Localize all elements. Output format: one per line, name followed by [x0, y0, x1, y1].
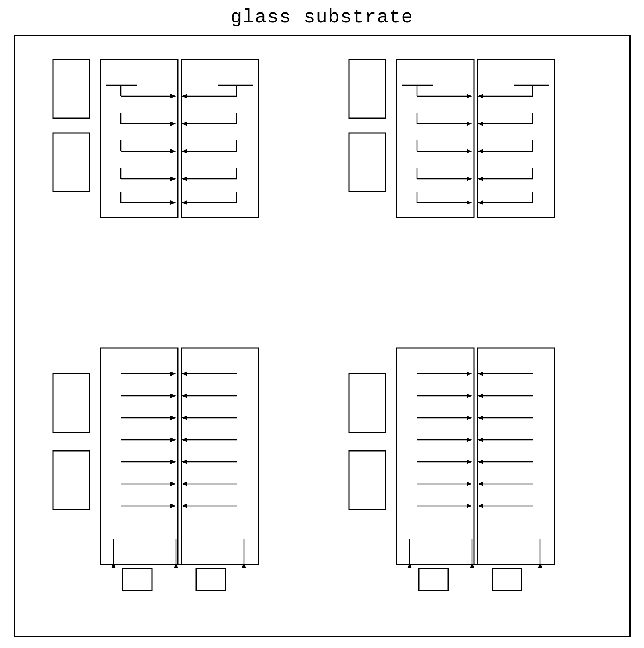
svg-marker-97 — [181, 394, 187, 398]
svg-marker-48 — [467, 149, 472, 153]
svg-marker-131 — [467, 504, 472, 508]
svg-rect-134 — [419, 568, 448, 590]
svg-marker-45 — [467, 122, 472, 126]
svg-marker-127 — [467, 460, 472, 464]
svg-rect-117 — [397, 348, 474, 565]
svg-rect-136 — [478, 348, 555, 565]
chip-diagram-bottom-left — [49, 344, 299, 616]
svg-marker-76 — [170, 372, 176, 376]
svg-marker-6 — [170, 94, 176, 98]
svg-marker-121 — [467, 394, 472, 398]
svg-rect-2 — [101, 59, 178, 217]
svg-marker-88 — [170, 504, 176, 508]
svg-marker-101 — [181, 438, 187, 442]
svg-marker-103 — [181, 460, 187, 464]
svg-marker-80 — [170, 416, 176, 420]
svg-marker-23 — [181, 94, 187, 98]
quadrant-bottom-right — [322, 336, 618, 625]
svg-marker-144 — [478, 438, 483, 442]
page-title: glass substrate — [230, 7, 413, 28]
svg-marker-111 — [242, 562, 246, 568]
svg-marker-68 — [478, 177, 483, 181]
svg-marker-119 — [467, 372, 472, 376]
svg-marker-150 — [478, 504, 483, 508]
svg-rect-72 — [53, 374, 90, 432]
svg-marker-54 — [467, 200, 472, 205]
svg-marker-71 — [478, 200, 483, 205]
svg-marker-125 — [467, 438, 472, 442]
chip-diagram-bottom-right — [345, 344, 595, 616]
svg-marker-138 — [478, 372, 483, 376]
svg-marker-9 — [170, 122, 176, 126]
svg-rect-115 — [349, 374, 386, 432]
svg-marker-42 — [467, 94, 472, 98]
svg-rect-153 — [492, 568, 522, 590]
svg-marker-95 — [181, 372, 187, 376]
svg-marker-135 — [407, 562, 412, 568]
svg-rect-116 — [349, 451, 386, 510]
svg-marker-123 — [467, 416, 472, 420]
svg-marker-51 — [467, 177, 472, 181]
svg-marker-154 — [538, 562, 542, 568]
svg-rect-74 — [101, 348, 178, 565]
svg-marker-105 — [181, 482, 187, 486]
svg-marker-99 — [181, 416, 187, 420]
svg-marker-92 — [111, 562, 116, 568]
svg-marker-15 — [170, 177, 176, 181]
svg-marker-86 — [170, 482, 176, 486]
substrate-border — [14, 35, 631, 637]
svg-marker-32 — [181, 177, 187, 181]
svg-marker-129 — [467, 482, 472, 486]
svg-marker-35 — [181, 200, 187, 205]
svg-marker-65 — [478, 149, 483, 153]
chip-diagram-top-left — [49, 56, 299, 327]
svg-marker-78 — [170, 394, 176, 398]
svg-marker-142 — [478, 416, 483, 420]
svg-marker-82 — [170, 438, 176, 442]
svg-marker-146 — [478, 460, 483, 464]
svg-rect-37 — [349, 133, 386, 192]
quadrant-top-left — [26, 47, 322, 336]
svg-rect-91 — [123, 568, 152, 590]
svg-marker-59 — [478, 94, 483, 98]
svg-marker-62 — [478, 122, 483, 126]
svg-marker-107 — [181, 504, 187, 508]
svg-marker-12 — [170, 149, 176, 153]
svg-rect-55 — [478, 59, 555, 217]
svg-rect-0 — [53, 59, 90, 118]
svg-rect-38 — [397, 59, 474, 217]
svg-rect-93 — [181, 348, 259, 565]
svg-rect-1 — [53, 133, 90, 192]
svg-marker-26 — [181, 122, 187, 126]
svg-marker-29 — [181, 149, 187, 153]
svg-marker-18 — [170, 200, 176, 205]
svg-rect-110 — [196, 568, 226, 590]
quadrant-bottom-left — [26, 336, 322, 625]
chip-diagram-top-right — [345, 56, 595, 327]
svg-rect-73 — [53, 451, 90, 510]
svg-rect-19 — [181, 59, 259, 217]
quadrant-top-right — [322, 47, 618, 336]
svg-marker-84 — [170, 460, 176, 464]
svg-marker-148 — [478, 482, 483, 486]
svg-rect-36 — [349, 59, 386, 118]
svg-marker-140 — [478, 394, 483, 398]
